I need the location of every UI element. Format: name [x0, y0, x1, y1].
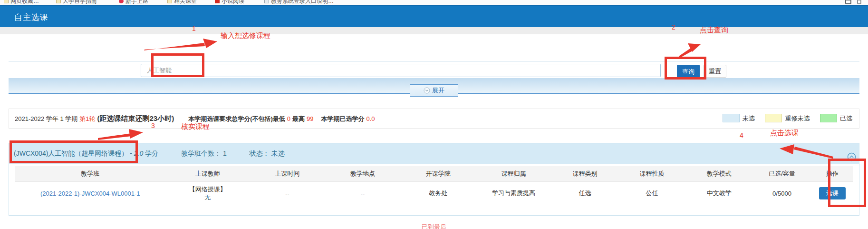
col-header-college: 开课学院 [400, 166, 476, 181]
page-title: 自主选课 [14, 12, 48, 23]
header-substrip [0, 27, 868, 34]
max-credit-value: 99 [307, 115, 313, 122]
teacher-cell: 【网络授课】无 [166, 181, 250, 205]
selected-credit-value: 0.0 [366, 115, 375, 122]
chevron-down-circle-icon [424, 87, 430, 94]
col-header-category: 课程类别 [551, 166, 618, 181]
legend-label-retake: 重修未选 [785, 115, 810, 122]
course-search-input[interactable] [141, 64, 661, 77]
legend-swatch-selected [820, 114, 837, 122]
class-code-link[interactable]: (2021-2022-1)-JWCX004-WL0001-1 [40, 190, 140, 197]
folder-icon [167, 0, 172, 3]
credit-requirement-label: 本学期选课要求总学分(不包括)最低 [188, 115, 285, 122]
page-header: 自主选课 [0, 5, 868, 27]
bookmark-label: 小说阅读 [222, 0, 244, 4]
annotation-step4-label: 点击选课 [770, 129, 799, 138]
bookmark-item[interactable]: 小说阅读 [215, 0, 244, 5]
category-cell: 任选 [551, 181, 618, 205]
end-of-list-text: 已到最后 [0, 223, 868, 229]
reset-button[interactable]: 重置 [704, 65, 726, 78]
legend-swatch-unselected [723, 114, 740, 122]
legend-swatch-retake [765, 114, 782, 122]
browser-toolbar-icons [841, 0, 861, 5]
red-square-icon [215, 0, 220, 3]
bookmark-label: 相关课堂 [174, 0, 197, 4]
college-cell: 教务处 [400, 181, 476, 205]
course-selection-page: { "bookmarks_bar": { "items": [ { "label… [0, 0, 868, 229]
folder-icon [56, 0, 61, 3]
mode-cell: 中文教学 [685, 181, 752, 205]
bookmark-item[interactable]: 相关课堂 [167, 0, 197, 5]
teacher-name: 无 [204, 194, 211, 201]
arrow-step1-icon [144, 39, 217, 50]
class-count-label: 教学班个数： [181, 149, 221, 157]
collapse-course-icon[interactable] [847, 149, 856, 169]
round-text: 第1轮 [79, 115, 95, 122]
table-header-row: 教学班 上课教师 上课时间 教学地点 开课学院 课程归属 课程类别 课程性质 教… [15, 166, 853, 181]
course-panel: (JWCX004)人工智能（超星网络课程） - 2.0 学分 教学班个数： 1 … [9, 143, 859, 216]
annotation-step2-number: 2 [672, 23, 675, 31]
col-header-affiliation: 课程归属 [476, 166, 551, 181]
capacity-cell: 0/5000 [752, 181, 811, 205]
search-panel: 查询 重置 展开 [9, 61, 859, 97]
class-code-cell: (2021-2022-1)-JWCX004-WL0001-1 [15, 181, 166, 205]
annotation-step3-label: 核实课程 [181, 122, 210, 131]
annotation-step4-number: 4 [740, 131, 743, 139]
arrow-step2-icon [679, 43, 701, 58]
bookmark-item[interactable]: 教务系统登录入口说明… [264, 0, 334, 5]
course-title: (JWCX004)人工智能（超星网络课程） - [14, 149, 132, 157]
browser-bookmarks-bar: 网页收藏… 大学自学指南 新手上路 相关课堂 小说阅读 教务系统登录入口说明… [0, 0, 868, 5]
annotation-step3-number: 3 [151, 122, 155, 129]
table-row: (2021-2022-1)-JWCX004-WL0001-1 【网络授课】无 -… [15, 181, 853, 205]
class-count-value: 1 [223, 149, 227, 157]
arrow-step3-icon [98, 129, 143, 140]
action-cell: 选课 [811, 181, 853, 205]
course-credit-value: 2.0 [134, 149, 143, 157]
min-credit-value: 0 [287, 115, 290, 122]
teacher-tag: 【网络授课】 [166, 185, 250, 193]
nature-cell: 公任 [618, 181, 685, 205]
annotation-step1-number: 1 [192, 25, 196, 32]
countdown-text: (距选课结束还剩23小时) [97, 114, 174, 122]
legend-label-selected: 已选 [840, 115, 852, 122]
selected-credit-label: 本学期已选学分 [321, 115, 365, 122]
affiliation-cell: 学习与素质提高 [476, 181, 551, 205]
device-icon[interactable] [845, 0, 851, 4]
expand-label: 展开 [432, 87, 444, 94]
expand-toggle[interactable]: 展开 [410, 84, 458, 97]
legend-label-unselected: 未选 [743, 115, 755, 122]
annotation-step1-label: 输入想选修课程 [221, 31, 270, 40]
col-header-place: 教学地点 [325, 166, 401, 181]
max-credit-label: 最高 [292, 115, 305, 122]
col-header-time: 上课时间 [250, 166, 325, 181]
course-credit-unit: 学分 [145, 149, 158, 157]
bookmark-label: 大学自学指南 [63, 0, 97, 4]
col-header-capacity: 已选/容量 [752, 166, 811, 181]
col-header-mode: 教学模式 [685, 166, 752, 181]
status-label: 状态： [250, 149, 270, 157]
bookmark-label: 教务系统登录入口说明… [271, 0, 334, 4]
bookmark-item[interactable]: 新手上路 [119, 0, 148, 5]
teaching-class-table: 教学班 上课教师 上课时间 教学地点 开课学院 课程归属 课程类别 课程性质 教… [15, 166, 853, 205]
semester-info-bar: 2021-2022 学年 1 学期第1轮(距选课结束还剩23小时)本学期选课要求… [9, 109, 859, 129]
term-text: 2021-2022 学年 1 学期 [9, 115, 77, 122]
bookmark-item[interactable]: 大学自学指南 [56, 0, 97, 5]
col-header-teacher: 上课教师 [166, 166, 250, 181]
query-button[interactable]: 查询 [677, 65, 700, 78]
bookmark-label: 网页收藏… [10, 0, 39, 4]
more-icon[interactable] [857, 0, 861, 4]
annotation-step2-label: 点击查询 [700, 26, 728, 35]
select-course-button[interactable]: 选课 [819, 187, 846, 199]
bookmark-item[interactable]: 网页收藏… [4, 0, 39, 5]
folder-icon [4, 0, 9, 3]
doc-icon [264, 0, 269, 3]
status-value: 未选 [271, 149, 285, 157]
place-cell: -- [325, 181, 401, 205]
time-cell: -- [250, 181, 325, 205]
bookmark-label: 新手上路 [125, 0, 148, 4]
col-header-class: 教学班 [15, 166, 166, 181]
red-circle-icon [119, 0, 124, 3]
course-header-band[interactable]: (JWCX004)人工智能（超星网络课程） - 2.0 学分 教学班个数： 1 … [9, 143, 859, 164]
status-legend: 未选 重修未选 已选 [714, 109, 852, 128]
col-header-nature: 课程性质 [618, 166, 685, 181]
